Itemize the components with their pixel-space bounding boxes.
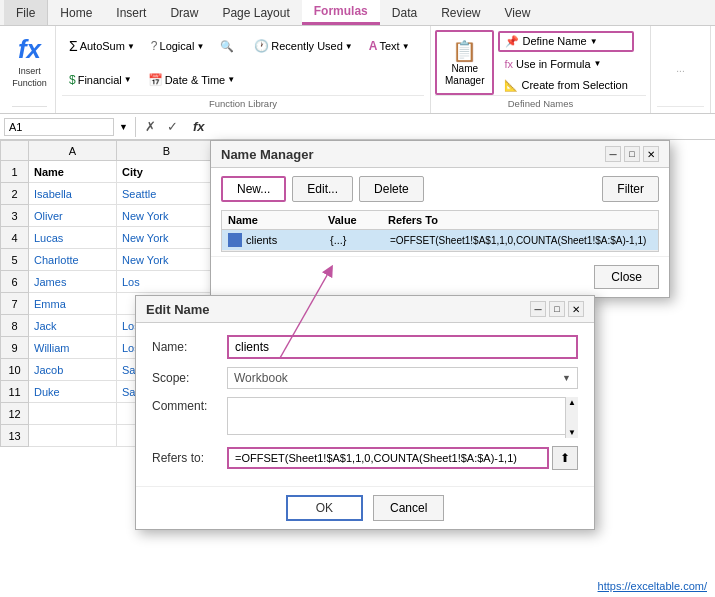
autosum-arrow: ▼ [127, 42, 135, 51]
edit-button[interactable]: Edit... [292, 176, 353, 202]
function-library-group: Σ AutoSum ▼ ? Logical ▼ 🔍 🕐 Recently Use… [56, 26, 431, 113]
name-manager-icon: 📋 [452, 39, 477, 63]
cell-a11[interactable]: Duke [29, 381, 117, 403]
cell-a1[interactable]: Name [29, 161, 117, 183]
financial-arrow: ▼ [124, 75, 132, 84]
formula-input[interactable] [215, 119, 711, 135]
refers-to-input[interactable] [227, 447, 549, 469]
cell-b1[interactable]: City [117, 161, 217, 183]
tab-view[interactable]: View [493, 0, 543, 25]
cell-a4[interactable]: Lucas [29, 227, 117, 249]
tab-home[interactable]: Home [48, 0, 104, 25]
scope-arrow: ▼ [562, 373, 571, 383]
edit-maximize-button[interactable]: □ [549, 301, 565, 317]
row-num-12: 12 [1, 403, 29, 425]
row-num-4: 4 [1, 227, 29, 249]
date-time-button[interactable]: 📅 Date & Time ▼ [141, 65, 242, 96]
row-name: clients [246, 234, 330, 246]
fx-icon[interactable]: fx [18, 36, 41, 62]
comment-input[interactable] [227, 397, 578, 435]
filter-button[interactable]: Filter [602, 176, 659, 202]
name-manager-toolbar: New... Edit... Delete Filter [211, 168, 669, 210]
scope-row: Scope: Workbook ▼ [152, 367, 578, 389]
use-in-formula-button[interactable]: fx Use in Formula ▼ [498, 55, 633, 73]
scope-label: Scope: [152, 371, 227, 385]
new-button[interactable]: New... [221, 176, 286, 202]
cell-a10[interactable]: Jacob [29, 359, 117, 381]
name-manager-table: Name Value Refers To clients {...} =OFFS… [221, 210, 659, 252]
col-header-a[interactable]: A [29, 141, 117, 161]
tab-file[interactable]: File [4, 0, 48, 25]
name-box-arrow[interactable]: ▼ [117, 122, 130, 132]
ribbon-tabs: File Home Insert Draw Page Layout Formul… [0, 0, 715, 26]
minimize-button[interactable]: ─ [605, 146, 621, 162]
cell-b6[interactable]: Los [117, 271, 217, 293]
name-box[interactable] [4, 118, 114, 136]
confirm-formula-btn[interactable]: ✓ [163, 118, 182, 135]
cell-a12[interactable] [29, 403, 117, 425]
scroll-up-btn[interactable]: ▲ [566, 397, 578, 408]
formula-bar: ▼ ✗ ✓ fx [0, 114, 715, 140]
refers-to-collapse-btn[interactable]: ⬆ [552, 446, 578, 470]
tab-draw[interactable]: Draw [158, 0, 210, 25]
row-num-11: 11 [1, 381, 29, 403]
cell-a8[interactable]: Jack [29, 315, 117, 337]
use-in-formula-icon: fx [504, 58, 513, 70]
name-manager-button[interactable]: 📋 NameManager [435, 30, 494, 95]
cell-b2[interactable]: Seattle [117, 183, 217, 205]
cell-a5[interactable]: Charlotte [29, 249, 117, 271]
financial-label: Financial [78, 74, 122, 86]
cell-a9[interactable]: William [29, 337, 117, 359]
corner-cell [1, 141, 29, 161]
cancel-formula-btn[interactable]: ✗ [141, 118, 160, 135]
row-num-3: 3 [1, 205, 29, 227]
tab-formulas[interactable]: Formulas [302, 0, 380, 25]
create-from-selection-button[interactable]: 📐 Create from Selection [498, 76, 633, 95]
cell-a6[interactable]: James [29, 271, 117, 293]
comment-row: Comment: ▲ ▼ [152, 397, 578, 438]
use-in-formula-label: Use in Formula [516, 58, 591, 70]
col-header-b[interactable]: B [117, 141, 217, 161]
ribbon-group-label-function-library: Function Library [62, 95, 424, 109]
cell-a2[interactable]: Isabella [29, 183, 117, 205]
maximize-button[interactable]: □ [624, 146, 640, 162]
fx-button[interactable]: fx [189, 118, 209, 135]
cell-a7[interactable]: Emma [29, 293, 117, 315]
cell-b3[interactable]: New York [117, 205, 217, 227]
tab-data[interactable]: Data [380, 0, 429, 25]
name-manager-dialog[interactable]: Name Manager ─ □ ✕ New... Edit... Delete… [210, 140, 670, 298]
row-num-7: 7 [1, 293, 29, 315]
edit-minimize-button[interactable]: ─ [530, 301, 546, 317]
financial-button[interactable]: $ Financial ▼ [62, 65, 139, 96]
tab-review[interactable]: Review [429, 0, 492, 25]
tab-insert[interactable]: Insert [104, 0, 158, 25]
recently-used-button[interactable]: 🕐 Recently Used ▼ [247, 30, 359, 63]
lookup-button[interactable]: 🔍 [213, 30, 245, 63]
cell-b4[interactable]: New York [117, 227, 217, 249]
cancel-button[interactable]: Cancel [373, 495, 444, 521]
name-manager-row[interactable]: clients {...} =OFFSET(Sheet1!$A$1,1,0,CO… [222, 230, 658, 251]
cell-a3[interactable]: Oliver [29, 205, 117, 227]
close-window-button[interactable]: ✕ [643, 146, 659, 162]
edit-name-dialog[interactable]: Edit Name ─ □ ✕ Name: Scope: Workbook [135, 295, 595, 530]
tab-pagelayout[interactable]: Page Layout [210, 0, 301, 25]
edit-close-button[interactable]: ✕ [568, 301, 584, 317]
autosum-button[interactable]: Σ AutoSum ▼ [62, 30, 142, 63]
text-button[interactable]: A Text ▼ [362, 30, 417, 63]
logical-label: Logical [160, 40, 195, 52]
cell-a13[interactable] [29, 425, 117, 447]
define-name-button[interactable]: 📌 Define Name ▼ [498, 31, 633, 52]
website-link[interactable]: https://exceltable.com/ [598, 580, 707, 592]
name-manager-footer: Close [211, 256, 669, 297]
delete-button[interactable]: Delete [359, 176, 424, 202]
date-time-arrow: ▼ [227, 75, 235, 84]
name-input[interactable] [227, 335, 578, 359]
close-button[interactable]: Close [594, 265, 659, 289]
ok-button[interactable]: OK [286, 495, 363, 521]
cell-b5[interactable]: New York [117, 249, 217, 271]
scroll-down-btn[interactable]: ▼ [566, 427, 578, 438]
logical-button[interactable]: ? Logical ▼ [144, 30, 211, 63]
clock-icon: 🕐 [254, 39, 269, 53]
table-header: Name Value Refers To [222, 211, 658, 230]
scope-dropdown[interactable]: Workbook ▼ [227, 367, 578, 389]
